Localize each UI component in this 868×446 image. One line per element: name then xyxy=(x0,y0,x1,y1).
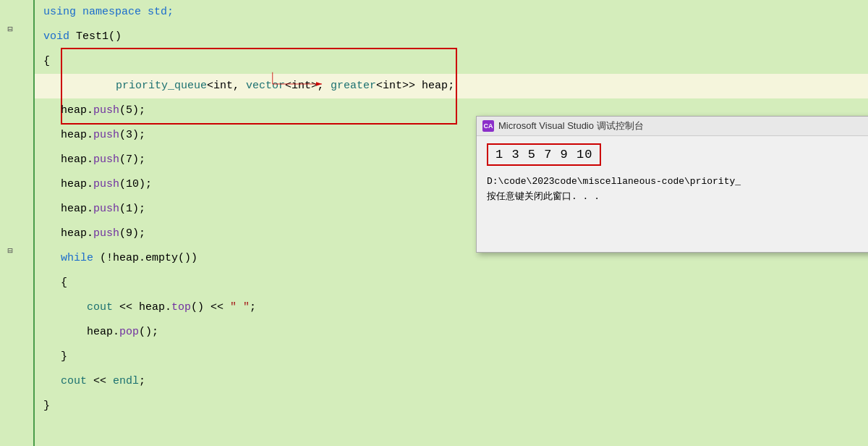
code-token-vector: vector xyxy=(246,80,285,92)
code-token-push6: push xyxy=(93,222,119,246)
code-token-push4-args: (10); xyxy=(119,172,152,197)
console-path: D:\code\2023code\miscellaneous-code\prio… xyxy=(487,176,868,187)
code-token-endl: endl xyxy=(113,369,139,394)
code-content: using namespace std; void Test1() { prio… xyxy=(35,0,868,446)
code-line-14: heap.pop(); xyxy=(35,320,868,345)
code-token-cout2: cout xyxy=(61,369,87,394)
code-token-heappop: heap. xyxy=(87,320,119,345)
editor-area: ⊟ ⊟ using namespace std; void Test1() { … xyxy=(0,0,868,446)
code-token-heap5: heap. xyxy=(61,197,93,222)
console-titlebar: CA Microsoft Visual Studio 调试控制台 xyxy=(477,117,868,136)
code-token-cout2-op: << xyxy=(87,369,113,394)
code-token-greater: greater xyxy=(331,80,376,92)
code-line-15: } xyxy=(35,345,868,369)
code-token-pq: priority_queue xyxy=(116,80,207,92)
code-token-top: top xyxy=(171,295,191,320)
code-brace-while-open: { xyxy=(61,271,67,295)
code-token-cout1-op: << heap. xyxy=(113,295,171,320)
vs-icon: CA xyxy=(482,120,494,132)
code-line-4: priority_queue<int, vector<int>, greater… xyxy=(35,74,868,98)
code-token-cout1-end: ; xyxy=(250,295,256,320)
code-token-greater-int: <int>> heap; xyxy=(376,80,454,92)
code-token-cout2-end: ; xyxy=(139,369,145,394)
code-token-push4: push xyxy=(93,172,119,197)
code-line-13: cout << heap.top() << " "; xyxy=(35,295,868,320)
code-token-void: void xyxy=(43,25,76,49)
code-token-while-cond: (!heap.empty()) xyxy=(93,246,197,271)
code-token-push2-args: (3); xyxy=(119,123,145,148)
code-token-vector-int: <int>, xyxy=(285,80,331,92)
code-token-pop: pop xyxy=(119,320,139,345)
code-token-push2: push xyxy=(93,123,119,148)
output-box: 1 3 5 7 9 10 xyxy=(487,143,601,166)
code-token-push6-args: (9); xyxy=(119,222,145,246)
code-token-heap2: heap. xyxy=(61,123,93,148)
code-token-heap1: heap. xyxy=(61,98,93,123)
code-token-push5-args: (1); xyxy=(119,197,145,222)
code-token-push1: push xyxy=(93,98,119,123)
fold-indicator-void[interactable]: ⊟ xyxy=(6,25,14,33)
code-token-push3-args: (7); xyxy=(119,148,145,172)
code-token-str: " " xyxy=(230,295,250,320)
code-brace-fn-close: } xyxy=(43,394,50,418)
code-token-push3: push xyxy=(93,148,119,172)
code-token-push1-args: (5); xyxy=(119,98,145,123)
output-text: 1 3 5 7 9 10 xyxy=(495,148,592,161)
code-token-cout1: cout xyxy=(87,295,113,320)
code-token-while: while xyxy=(61,246,93,271)
code-token-heap4: heap. xyxy=(61,172,93,197)
code-token-push5: push xyxy=(93,197,119,222)
code-line-17: } xyxy=(35,394,868,418)
code-token-test1: Test1() xyxy=(76,25,122,49)
code-line-16: cout << endl; xyxy=(35,369,868,394)
console-title: Microsoft Visual Studio 调试控制台 xyxy=(498,119,644,132)
code-token-heap6: heap. xyxy=(61,222,93,246)
code-brace-while-close: } xyxy=(61,345,67,369)
code-token-heap3: heap. xyxy=(61,148,93,172)
code-line-12: { xyxy=(35,271,868,295)
code-line-1: using namespace std; xyxy=(35,0,868,25)
code-token-top-rest: () << xyxy=(191,295,230,320)
code-line-2: void Test1() xyxy=(35,25,868,49)
code-token-pop-end: (); xyxy=(139,320,158,345)
fold-indicator-while[interactable]: ⊟ xyxy=(6,246,14,255)
code-token-pq-args: <int, xyxy=(207,80,246,92)
console-body: 1 3 5 7 9 10 D:\code\2023code\miscellane… xyxy=(477,136,868,252)
editor-gutter: ⊟ ⊟ xyxy=(0,0,35,446)
console-message: 按任意键关闭此窗口. . . xyxy=(487,190,868,203)
code-brace-open: { xyxy=(43,49,50,74)
console-popup: CA Microsoft Visual Studio 调试控制台 1 3 5 7… xyxy=(476,116,868,253)
code-token: using namespace std; xyxy=(43,0,174,25)
